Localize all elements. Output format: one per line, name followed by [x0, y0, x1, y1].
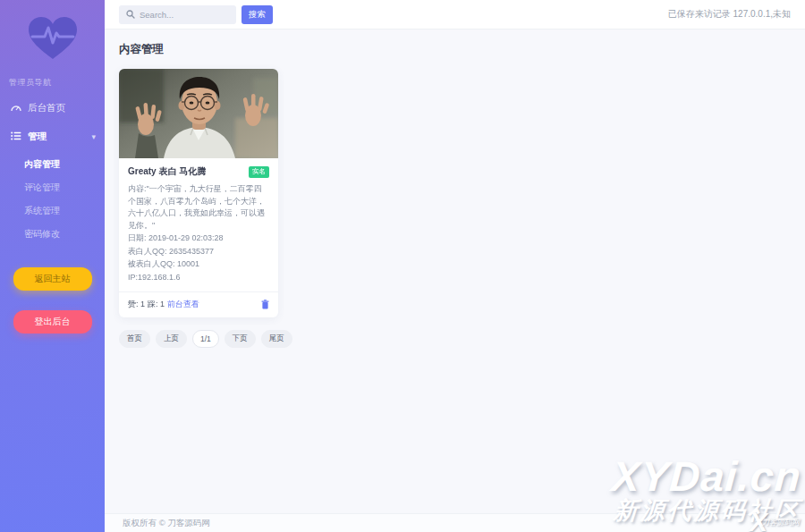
dislikes-count: 踩: 1 — [148, 299, 165, 310]
submenu-item-system[interactable]: 系统管理 — [0, 199, 105, 223]
card-body: Greaty 表白 马化腾 实名 内容:"一个宇宙，九大行星，二百零四个国家，八… — [119, 158, 278, 291]
search-box[interactable] — [119, 5, 236, 24]
sidebar-item-manage[interactable]: 管理 ▾ — [0, 122, 105, 151]
page-footer: 版权所有 © 刀客源码网 — [105, 513, 805, 532]
pagination-next[interactable]: 下页 — [225, 330, 256, 348]
card-details: 内容:"一个宇宙，九大行星，二百零四个国家，八百零九个岛屿，七个大洋，六十八亿人… — [128, 183, 269, 283]
watermark-corner-text: 刀客源码网 — [762, 518, 801, 528]
admin-panel-screen: 管理员导航 后台首页 管理 ▾ 内容管理 评论 — [0, 0, 805, 532]
sidebar: 管理员导航 后台首页 管理 ▾ 内容管理 评论 — [0, 0, 105, 532]
search-input[interactable] — [140, 10, 229, 20]
chevron-down-icon: ▾ — [91, 132, 96, 141]
manage-submenu: 内容管理 评论管理 系统管理 密码修改 — [0, 151, 105, 251]
pagination-first[interactable]: 首页 — [119, 330, 150, 348]
list-icon — [11, 131, 21, 142]
submenu-item-comments[interactable]: 评论管理 — [0, 176, 105, 199]
likes-count: 赞: 1 — [128, 299, 145, 310]
back-to-site-button[interactable]: 返回主站 — [13, 267, 92, 291]
search-button[interactable]: 搜索 — [242, 5, 273, 24]
sidebar-section-label: 管理员导航 — [0, 64, 105, 94]
visit-log-status: 已保存来访记录 127.0.0.1,未知 — [668, 8, 791, 21]
page-title: 内容管理 — [119, 42, 791, 57]
sidebar-item-label: 管理 — [28, 131, 47, 143]
realname-badge: 实名 — [249, 166, 269, 178]
sidebar-item-home[interactable]: 后台首页 — [0, 94, 105, 122]
app-logo — [0, 0, 105, 64]
card-from-qq: 表白人QQ: 2635435377 — [128, 246, 269, 258]
submenu-item-content[interactable]: 内容管理 — [0, 153, 105, 176]
search-icon — [126, 6, 135, 22]
pagination-last[interactable]: 尾页 — [261, 330, 292, 348]
card-content-text: 内容:"一个宇宙，九大行星，二百零四个国家，八百零九个岛屿，七个大洋，六十八亿人… — [128, 183, 269, 232]
card-photo — [119, 69, 278, 158]
trash-icon[interactable] — [261, 300, 269, 309]
copyright-text: 版权所有 © 刀客源码网 — [123, 518, 210, 529]
view-frontend-link[interactable]: 前台查看 — [167, 299, 199, 310]
card-footer: 赞: 1 踩: 1 前台查看 — [119, 291, 278, 317]
card-date: 日期: 2019-01-29 02:03:28 — [128, 232, 269, 245]
card-ip: IP:192.168.1.6 — [128, 272, 269, 284]
confession-card: Greaty 表白 马化腾 实名 内容:"一个宇宙，九大行星，二百零四个国家，八… — [119, 69, 278, 317]
sidebar-item-label: 后台首页 — [28, 102, 65, 114]
gauge-icon — [11, 103, 21, 114]
pagination-prev[interactable]: 上页 — [156, 330, 187, 348]
logout-button[interactable]: 登出后台 — [13, 310, 92, 334]
submenu-item-password[interactable]: 密码修改 — [0, 223, 105, 246]
card-title: Greaty 表白 马化腾 — [128, 165, 206, 178]
pagination-current: 1/1 — [192, 330, 219, 348]
heartbeat-logo-icon — [25, 14, 80, 64]
main-area: 搜索 已保存来访记录 127.0.0.1,未知 内容管理 — [105, 0, 805, 532]
pagination: 首页 上页 1/1 下页 尾页 — [119, 330, 791, 348]
content-area: 内容管理 — [105, 30, 805, 360]
topbar: 搜索 已保存来访记录 127.0.0.1,未知 — [105, 0, 805, 30]
card-to-qq: 被表白人QQ: 10001 — [128, 258, 269, 271]
